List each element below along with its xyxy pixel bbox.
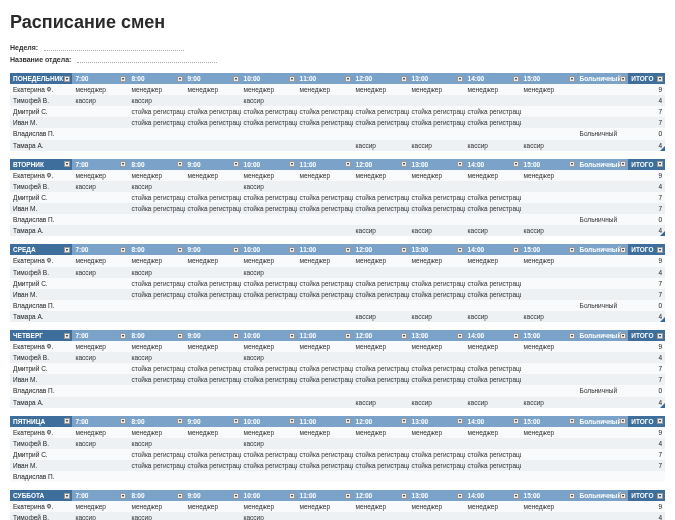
- shift-cell[interactable]: [465, 352, 521, 363]
- sick-header[interactable]: Больничный?▾: [577, 490, 629, 501]
- sick-cell[interactable]: [577, 278, 629, 289]
- hour-header[interactable]: 8:00▾: [128, 159, 184, 170]
- shift-cell[interactable]: [521, 95, 577, 106]
- hour-header[interactable]: 10:00▾: [241, 159, 297, 170]
- shift-cell[interactable]: стойка регистрации: [297, 460, 353, 471]
- shift-cell[interactable]: кассир: [128, 181, 184, 192]
- shift-cell[interactable]: [465, 385, 521, 396]
- sick-header[interactable]: Больничный?▾: [577, 244, 629, 255]
- shift-cell[interactable]: менеджер: [241, 255, 297, 266]
- shift-cell[interactable]: менеджер: [353, 170, 409, 181]
- hour-header[interactable]: 13:00▾: [409, 330, 465, 341]
- filter-dropdown-icon[interactable]: ▾: [64, 418, 70, 424]
- filter-dropdown-icon[interactable]: ▾: [177, 247, 183, 253]
- hour-header[interactable]: 10:00▾: [241, 330, 297, 341]
- shift-cell[interactable]: стойка регистрации: [353, 374, 409, 385]
- filter-dropdown-icon[interactable]: ▾: [289, 493, 295, 499]
- sick-cell[interactable]: [577, 192, 629, 203]
- shift-cell[interactable]: [409, 512, 465, 520]
- filter-dropdown-icon[interactable]: ▾: [401, 493, 407, 499]
- shift-cell[interactable]: менеджер: [72, 501, 128, 512]
- shift-cell[interactable]: менеджер: [297, 501, 353, 512]
- filter-dropdown-icon[interactable]: ▾: [120, 418, 126, 424]
- sick-header[interactable]: Больничный?▾: [577, 416, 629, 427]
- shift-cell[interactable]: стойка регистрации: [465, 363, 521, 374]
- shift-cell[interactable]: менеджер: [465, 84, 521, 95]
- shift-cell[interactable]: кассир: [241, 181, 297, 192]
- shift-cell[interactable]: кассир: [72, 181, 128, 192]
- shift-cell[interactable]: стойка регистрации: [409, 374, 465, 385]
- shift-cell[interactable]: [465, 300, 521, 311]
- shift-cell[interactable]: менеджер: [128, 341, 184, 352]
- shift-cell[interactable]: [409, 95, 465, 106]
- shift-cell[interactable]: менеджер: [353, 84, 409, 95]
- shift-cell[interactable]: [297, 214, 353, 225]
- sick-cell[interactable]: [577, 352, 629, 363]
- shift-cell[interactable]: менеджер: [241, 84, 297, 95]
- shift-cell[interactable]: стойка регистрации: [409, 460, 465, 471]
- shift-cell[interactable]: кассир: [128, 95, 184, 106]
- sick-cell[interactable]: [577, 117, 629, 128]
- hour-header[interactable]: 7:00▾: [72, 73, 128, 84]
- shift-cell[interactable]: стойка регистрации: [353, 289, 409, 300]
- shift-cell[interactable]: кассир: [241, 95, 297, 106]
- shift-cell[interactable]: [353, 471, 409, 482]
- shift-cell[interactable]: [72, 225, 128, 236]
- filter-dropdown-icon[interactable]: ▾: [457, 418, 463, 424]
- filter-dropdown-icon[interactable]: ▾: [401, 247, 407, 253]
- shift-cell[interactable]: [465, 214, 521, 225]
- shift-cell[interactable]: [241, 140, 297, 151]
- hour-header[interactable]: 9:00▾: [185, 244, 241, 255]
- filter-dropdown-icon[interactable]: ▾: [120, 161, 126, 167]
- filter-dropdown-icon[interactable]: ▾: [233, 493, 239, 499]
- filter-dropdown-icon[interactable]: ▾: [120, 333, 126, 339]
- filter-dropdown-icon[interactable]: ▾: [657, 247, 663, 253]
- shift-cell[interactable]: кассир: [72, 352, 128, 363]
- shift-cell[interactable]: [72, 117, 128, 128]
- shift-cell[interactable]: кассир: [241, 512, 297, 520]
- shift-cell[interactable]: [297, 512, 353, 520]
- filter-dropdown-icon[interactable]: ▾: [345, 76, 351, 82]
- sick-cell[interactable]: [577, 449, 629, 460]
- shift-cell[interactable]: менеджер: [185, 341, 241, 352]
- shift-cell[interactable]: кассир: [409, 311, 465, 322]
- shift-cell[interactable]: менеджер: [241, 341, 297, 352]
- shift-cell[interactable]: стойка регистрации: [409, 203, 465, 214]
- shift-cell[interactable]: стойка регистрации: [353, 117, 409, 128]
- hour-header[interactable]: 7:00▾: [72, 159, 128, 170]
- shift-cell[interactable]: стойка регистрации: [185, 374, 241, 385]
- filter-dropdown-icon[interactable]: ▾: [513, 418, 519, 424]
- shift-cell[interactable]: кассир: [521, 397, 577, 408]
- shift-cell[interactable]: менеджер: [72, 84, 128, 95]
- shift-cell[interactable]: [465, 267, 521, 278]
- meta-week-input[interactable]: [44, 43, 184, 51]
- shift-cell[interactable]: [128, 214, 184, 225]
- shift-cell[interactable]: стойка регистрации: [465, 192, 521, 203]
- shift-cell[interactable]: [297, 267, 353, 278]
- shift-cell[interactable]: менеджер: [521, 84, 577, 95]
- hour-header[interactable]: 14:00▾: [465, 330, 521, 341]
- shift-cell[interactable]: стойка регистрации: [185, 449, 241, 460]
- shift-cell[interactable]: стойка регистрации: [185, 203, 241, 214]
- hour-header[interactable]: 9:00▾: [185, 330, 241, 341]
- shift-cell[interactable]: [72, 203, 128, 214]
- day-header[interactable]: ПОНЕДЕЛЬНИК▾: [10, 73, 72, 84]
- shift-cell[interactable]: менеджер: [241, 501, 297, 512]
- shift-cell[interactable]: стойка регистрации: [241, 374, 297, 385]
- shift-cell[interactable]: стойка регистрации: [465, 117, 521, 128]
- filter-dropdown-icon[interactable]: ▾: [233, 418, 239, 424]
- hour-header[interactable]: 11:00▾: [297, 159, 353, 170]
- shift-cell[interactable]: [185, 214, 241, 225]
- shift-cell[interactable]: менеджер: [72, 170, 128, 181]
- sick-cell[interactable]: [577, 140, 629, 151]
- shift-cell[interactable]: [72, 363, 128, 374]
- shift-cell[interactable]: стойка регистрации: [297, 374, 353, 385]
- filter-dropdown-icon[interactable]: ▾: [233, 76, 239, 82]
- hour-header[interactable]: 14:00▾: [465, 159, 521, 170]
- filter-dropdown-icon[interactable]: ▾: [569, 333, 575, 339]
- shift-cell[interactable]: стойка регистрации: [241, 449, 297, 460]
- shift-cell[interactable]: кассир: [72, 95, 128, 106]
- total-header[interactable]: ИТОГО▾: [628, 159, 665, 170]
- shift-cell[interactable]: [409, 438, 465, 449]
- shift-cell[interactable]: стойка регистрации: [185, 460, 241, 471]
